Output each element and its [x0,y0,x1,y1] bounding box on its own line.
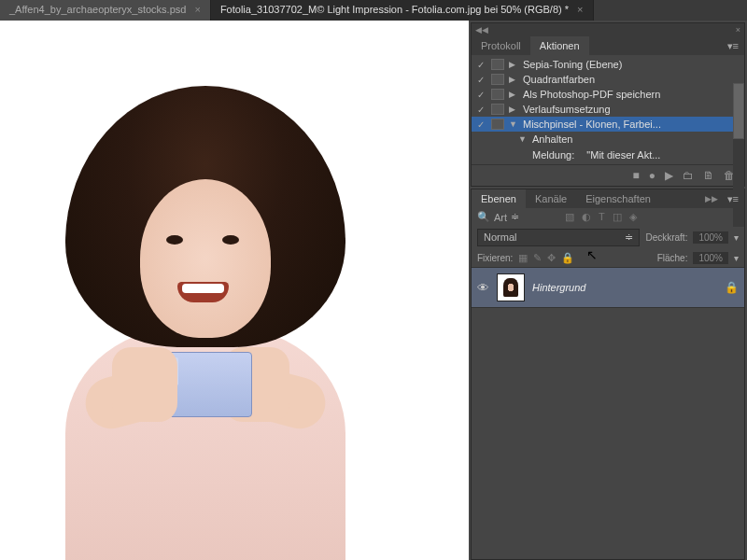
disclosure-icon[interactable]: ▶ [509,75,518,84]
lock-image-icon[interactable]: ✎ [533,252,542,264]
action-check-icon[interactable]: ✓ [475,119,486,130]
action-detail-prefix: Meldung: [532,149,574,161]
panels-dock: ◀◀ × Protokoll Aktionen ▾≡ ✓▶Sepia-Tonin… [469,21,747,560]
record-icon[interactable]: ● [649,169,655,182]
filter-kind-select[interactable]: 🔍 Art ≑ [477,211,561,223]
layers-panel: Ebenen Kanäle Eigenschaften ▶▶ ▾≡ 🔍 Art … [471,189,745,560]
layer-thumbnail[interactable] [497,273,525,301]
opacity-label: Deckkraft: [645,232,687,243]
action-check-icon[interactable]: ✓ [475,104,486,115]
filter-kind-label: Art [494,212,507,223]
document-tab-label: Fotolia_31037702_M© Light Impression - F… [220,4,569,15]
lock-transparent-icon[interactable]: ▦ [518,252,528,264]
action-dialog-toggle[interactable] [491,119,504,130]
lock-label: Fixieren: [477,253,513,263]
filter-smart-icon[interactable]: ◈ [629,211,637,223]
chevron-icon[interactable]: ▾ [734,253,739,263]
action-check-icon[interactable]: ✓ [475,89,486,100]
blend-mode-label: Normal [484,231,516,244]
document-tab-inactive[interactable]: _Affen4_by_archaeopteryx_stocks.psd × [0,0,211,21]
lock-icon[interactable]: 🔒 [725,281,739,294]
chevron-icon[interactable]: ▾ [734,232,739,243]
filter-pixel-icon[interactable]: ▧ [565,211,574,223]
action-row[interactable]: ✓▶Quadrantfarben [472,72,744,87]
layer-name[interactable]: Hintergrund [532,282,717,293]
workspace: ◀◀ × Protokoll Aktionen ▾≡ ✓▶Sepia-Tonin… [0,21,747,560]
action-label: Quadrantfarben [523,74,595,85]
tab-kanaele[interactable]: Kanäle [526,189,576,208]
action-label: Als Photoshop-PDF speichern [523,89,660,100]
visibility-icon[interactable]: 👁 [477,281,489,295]
action-dialog-toggle[interactable] [491,104,504,115]
disclosure-icon[interactable]: ▶ [509,105,518,114]
search-icon: 🔍 [477,211,490,223]
action-dialog-toggle[interactable] [491,89,504,100]
blend-opacity-row: Normal ≑ Deckkraft: 100% ▾ [472,226,744,249]
tab-protokoll[interactable]: Protokoll [472,36,530,55]
filter-icons: ▧ ◐ T ◫ ◈ [565,211,637,223]
fill-value[interactable]: 100% [693,252,728,264]
document-tab-label: _Affen4_by_archaeopteryx_stocks.psd [9,4,186,15]
lock-all-icon[interactable]: 🔒 [561,252,574,264]
action-label: Verlaufsumsetzung [523,104,611,115]
panel-collapse-icon[interactable]: ◀◀ [472,23,492,36]
document-tabbar: _Affen4_by_archaeopteryx_stocks.psd × Fo… [0,0,747,21]
layer-filter-row: 🔍 Art ≑ ▧ ◐ T ◫ ◈ [472,208,744,226]
action-detail-row: Meldung: "Mit dieser Akt...▾ [472,147,744,162]
action-step-row[interactable]: ▼Anhalten [472,132,744,147]
chevron-icon: ≑ [625,231,633,244]
blend-mode-select[interactable]: Normal ≑ [477,229,640,246]
new-set-icon[interactable]: 🗀 [683,169,694,182]
action-dialog-toggle[interactable] [491,74,504,85]
filter-adjust-icon[interactable]: ◐ [582,211,591,223]
action-row[interactable]: ✓▼Mischpinsel - Klonen, Farbei... [472,117,744,132]
lock-position-icon[interactable]: ✥ [547,252,556,264]
disclosure-icon[interactable]: ▼ [518,134,528,144]
actions-panel-tabs: Protokoll Aktionen ▾≡ [472,36,744,55]
close-icon[interactable]: × [577,4,583,15]
document-image [0,49,448,560]
layers-panel-tabs: Ebenen Kanäle Eigenschaften ▶▶ ▾≡ [472,189,744,208]
action-row[interactable]: ✓▶Verlaufsumsetzung [472,102,744,117]
action-row[interactable]: ✓▶Sepia-Toning (Ebene) [472,57,744,72]
close-icon[interactable]: × [732,23,744,36]
action-check-icon[interactable]: ✓ [475,59,486,70]
filter-shape-icon[interactable]: ◫ [613,211,622,223]
panel-menu-icon[interactable]: ▾≡ [722,191,744,207]
action-row[interactable]: ✓▶Als Photoshop-PDF speichern [472,87,744,102]
action-step-label: Anhalten [532,133,572,145]
layer-row[interactable]: 👁 Hintergrund 🔒 [472,267,744,308]
close-icon[interactable]: × [194,4,200,15]
lock-fill-row: Fixieren: ▦ ✎ ✥ 🔒 Fläche: 100% ▾ [472,249,744,267]
tab-aktionen[interactable]: Aktionen [530,36,589,55]
actions-toolbar: ■ ● ▶ 🗀 🗎 🗑 [472,164,744,186]
action-detail-value: "Mit dieser Akt... [586,149,660,161]
canvas[interactable] [0,21,469,560]
actions-panel-header: ◀◀ × [472,23,744,36]
action-dialog-toggle[interactable] [491,59,504,70]
filter-type-icon[interactable]: T [599,211,605,223]
chevron-icon: ≑ [511,211,519,223]
disclosure-icon[interactable]: ▶ [509,90,518,99]
action-check-icon[interactable]: ✓ [475,74,486,85]
opacity-value[interactable]: 100% [693,231,728,244]
action-label: Sepia-Toning (Ebene) [523,59,622,70]
layers-empty-area[interactable] [472,308,744,559]
stop-icon[interactable]: ■ [633,169,640,182]
play-icon[interactable]: ▶ [665,169,673,182]
disclosure-icon[interactable]: ▼ [509,119,518,129]
new-action-icon[interactable]: 🗎 [703,169,714,182]
actions-list[interactable]: ✓▶Sepia-Toning (Ebene)✓▶Quadrantfarben✓▶… [472,55,744,164]
disclosure-icon[interactable]: ▶ [509,60,518,69]
actions-panel: ◀◀ × Protokoll Aktionen ▾≡ ✓▶Sepia-Tonin… [471,22,745,187]
tab-ebenen[interactable]: Ebenen [472,189,526,208]
tab-eigenschaften[interactable]: Eigenschaften [576,189,660,208]
scrollbar-thumb[interactable] [733,83,744,139]
panel-menu-icon[interactable]: ▾≡ [722,38,744,54]
panel-expand-icon[interactable]: ▶▶ [701,192,722,205]
document-tab-active[interactable]: Fotolia_31037702_M© Light Impression - F… [211,0,594,21]
fill-label: Fläche: [657,253,688,263]
action-label: Mischpinsel - Klonen, Farbei... [523,119,661,130]
lock-icons: ▦ ✎ ✥ 🔒 [518,252,574,264]
